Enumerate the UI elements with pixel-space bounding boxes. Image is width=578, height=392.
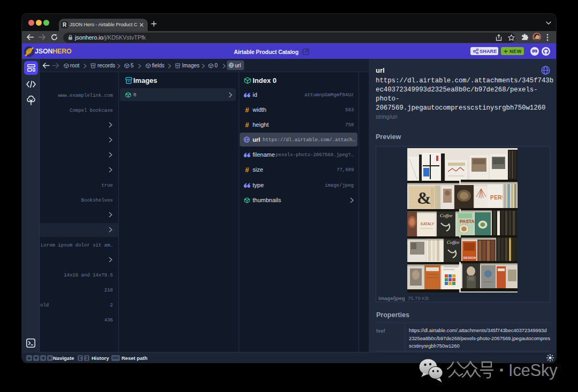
svg-text:EATALY: EATALY: [421, 222, 435, 226]
svg-text:&: &: [417, 188, 431, 207]
svg-text:DESIGN: DESIGN: [463, 256, 476, 259]
svg-text:IceSky: IceSky: [508, 361, 558, 380]
svg-text:Coffee: Coffee: [440, 213, 453, 218]
svg-text:PASTA: PASTA: [460, 219, 475, 224]
